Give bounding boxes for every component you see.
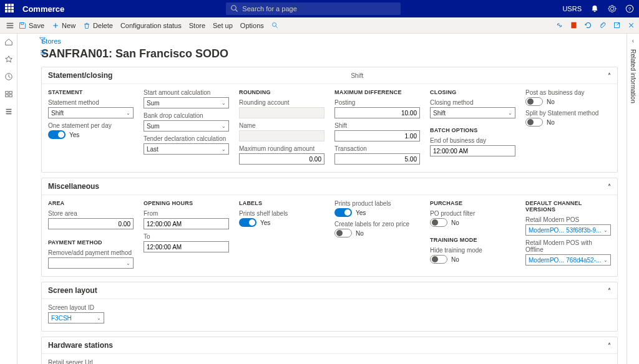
- section-rounding: ROUNDING: [239, 89, 324, 95]
- shift-input[interactable]: [334, 130, 420, 141]
- setup-menu[interactable]: Set up: [213, 22, 233, 29]
- app-launcher-icon[interactable]: [5, 4, 15, 14]
- mpos-select[interactable]: ModernPO...53f68f3b-9...⌄: [525, 224, 611, 236]
- left-nav: [0, 34, 17, 364]
- options-menu[interactable]: Options: [240, 22, 264, 29]
- search-box[interactable]: Search for a page: [226, 2, 401, 15]
- section-batch: BATCH OPTIONS: [430, 127, 515, 133]
- breadcrumb[interactable]: Stores: [41, 37, 618, 45]
- section-maxdiff: MAXIMUM DIFFERENCE: [334, 89, 420, 95]
- shelf-labels-toggle[interactable]: Yes: [239, 218, 324, 227]
- chevron-up-icon[interactable]: ˄: [608, 342, 611, 349]
- rounding-account-input[interactable]: [239, 107, 324, 118]
- filter-icon[interactable]: [39, 36, 46, 44]
- section-closing: CLOSING: [430, 89, 515, 95]
- svg-rect-4: [21, 22, 24, 24]
- help-icon[interactable]: ?: [625, 4, 634, 13]
- misc-header: Miscellaneous: [48, 182, 99, 191]
- bell-icon[interactable]: [590, 4, 599, 13]
- workspace-icon[interactable]: [4, 90, 13, 98]
- product-labels-toggle[interactable]: Yes: [334, 208, 420, 217]
- svg-rect-7: [571, 22, 576, 29]
- refresh-icon[interactable]: [584, 21, 592, 29]
- find-button[interactable]: [271, 22, 279, 29]
- save-button[interactable]: Save: [19, 22, 44, 29]
- link-icon[interactable]: [555, 21, 563, 29]
- chevron-up-icon[interactable]: ˄: [608, 287, 611, 294]
- search-placeholder: Search for a page: [242, 5, 296, 12]
- svg-rect-10: [5, 92, 7, 94]
- new-button[interactable]: New: [52, 22, 76, 29]
- close-icon[interactable]: [627, 21, 635, 29]
- svg-rect-12: [5, 95, 7, 97]
- chevron-left-icon[interactable]: ‹: [632, 37, 634, 44]
- office-icon[interactable]: [570, 21, 578, 29]
- chevron-up-icon[interactable]: ˄: [608, 183, 611, 190]
- mpos-offline-select[interactable]: ModernPO...768d4a52-...⌄: [525, 254, 611, 266]
- svg-line-6: [276, 26, 278, 27]
- closing-method-select[interactable]: Shift⌄: [430, 107, 515, 118]
- hardware-header: Hardware stations: [48, 341, 113, 350]
- one-statement-toggle[interactable]: Yes: [48, 130, 134, 139]
- nav-toggle[interactable]: [4, 21, 16, 30]
- misc-card: Miscellaneous˄ AREA Store area PAYMENT M…: [41, 178, 618, 277]
- svg-point-0: [232, 6, 237, 11]
- tender-decl-select[interactable]: Last⌄: [144, 143, 229, 155]
- transaction-input[interactable]: [334, 153, 420, 165]
- statement-card: Statement/closing Shift ˄ STATEMENT Stat…: [41, 67, 618, 173]
- start-amount-select[interactable]: Sum⌄: [144, 97, 229, 108]
- statement-header: Statement/closing: [48, 71, 112, 80]
- section-statement: STATEMENT: [48, 89, 134, 95]
- screen-header: Screen layout: [48, 286, 97, 295]
- store-menu[interactable]: Store: [189, 22, 205, 29]
- right-rail[interactable]: ‹ Related information: [627, 34, 639, 364]
- favorite-icon[interactable]: [4, 55, 13, 64]
- screen-layout-card: Screen layout˄ Screen layout ID F3CSH⌄: [41, 282, 618, 332]
- max-rounding-input[interactable]: [239, 153, 324, 165]
- statement-method-select[interactable]: Shift⌄: [48, 107, 134, 118]
- list-icon[interactable]: [39, 49, 46, 56]
- hours-to-input[interactable]: [144, 241, 229, 252]
- payment-method-select[interactable]: ⌄: [48, 257, 134, 269]
- hours-from-input[interactable]: [144, 218, 229, 229]
- gear-icon[interactable]: [608, 4, 617, 13]
- page-title: SANFRAN01: San Francisco SODO: [41, 47, 618, 60]
- search-icon: [231, 5, 238, 12]
- related-info-label[interactable]: Related information: [630, 49, 637, 103]
- main-content: Stores SANFRAN01: San Francisco SODO Sta…: [17, 34, 627, 364]
- attachments-icon[interactable]: [598, 21, 607, 29]
- config-status-button[interactable]: Configuration status: [120, 22, 182, 29]
- hardware-card: Hardware stations˄ Retail server Url ＋Ad…: [41, 337, 618, 364]
- svg-point-5: [272, 22, 276, 26]
- user-label[interactable]: USRS: [562, 5, 582, 12]
- brand: Commerce: [22, 4, 64, 14]
- svg-line-1: [236, 10, 238, 12]
- command-bar: Save New Delete Configuration status Sto…: [0, 17, 639, 34]
- recent-icon[interactable]: [4, 72, 13, 81]
- training-toggle[interactable]: No: [430, 255, 515, 264]
- svg-rect-11: [9, 92, 11, 94]
- split-statement-toggle[interactable]: No: [525, 118, 611, 127]
- modules-icon[interactable]: [4, 107, 13, 116]
- zero-price-toggle[interactable]: No: [334, 229, 420, 237]
- svg-text:?: ?: [628, 6, 632, 12]
- home-icon[interactable]: [4, 37, 13, 46]
- posting-input[interactable]: [334, 107, 420, 118]
- chevron-up-icon[interactable]: ˄: [608, 72, 611, 79]
- post-business-day-toggle[interactable]: No: [525, 97, 611, 106]
- svg-rect-13: [9, 95, 11, 97]
- delete-button[interactable]: Delete: [83, 22, 113, 29]
- topbar: Commerce Search for a page USRS ?: [0, 0, 639, 17]
- statement-hint: Shift: [351, 72, 363, 79]
- screen-layout-select[interactable]: F3CSH⌄: [48, 312, 104, 323]
- po-filter-toggle[interactable]: No: [430, 218, 515, 227]
- eob-input[interactable]: [430, 145, 515, 156]
- rounding-name-input[interactable]: [239, 130, 324, 141]
- popout-icon[interactable]: [613, 21, 621, 29]
- bank-drop-select[interactable]: Sum⌄: [144, 120, 229, 132]
- store-area-input[interactable]: [48, 218, 134, 229]
